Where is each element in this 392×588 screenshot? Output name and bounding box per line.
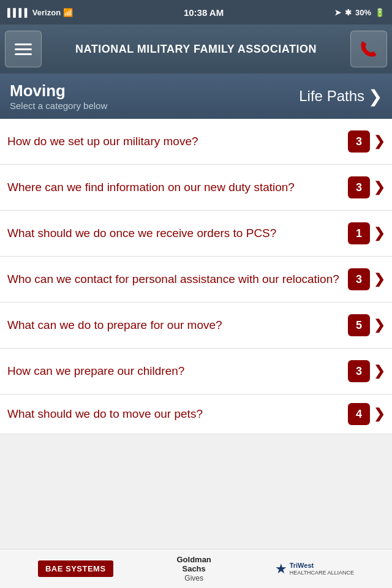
item-badge: 3 [348,268,370,290]
list-item[interactable]: What should we do once we receive orders… [0,211,392,257]
item-badge: 5 [348,314,370,336]
signal-icon: ▌▌▌▌ [7,8,30,17]
item-chevron-icon: ❯ [374,363,385,379]
list-item-right: 3❯ [348,268,385,290]
goldman-line2: Sachs [176,564,211,574]
item-chevron-icon: ❯ [374,134,385,149]
section-subtitle: Select a category below [10,100,107,111]
phone-icon [359,39,379,59]
list-item[interactable]: Where can we find information on our new… [0,165,392,211]
triwest-sponsor: ★ TriWest HEALTHCARE ALLIANCE [275,561,354,577]
section-header: Moving Select a category below Life Path… [0,74,392,119]
list-item-text: What should we do to move our pets? [7,406,348,422]
list-item-text: Where can we find information on our new… [7,179,348,195]
item-badge: 4 [348,403,370,425]
list-item-right: 3❯ [348,360,385,382]
triwest-label: TriWest [290,562,354,570]
list-item-right: 1❯ [348,222,385,244]
triwest-star-icon: ★ [275,561,287,577]
footer-sponsors: BAE SYSTEMS Goldman Sachs Gives ★ TriWes… [0,549,392,588]
goldman-line1: Goldman [176,555,211,565]
list-item-text: What can we do to prepare for our move? [7,317,348,333]
battery-icon: 🔋 [375,8,385,17]
list-item-text: How can we prepare our children? [7,363,348,379]
category-list: How do we set up our military move?3❯Whe… [0,119,392,434]
list-item-text: What should we do once we receive orders… [7,225,348,241]
list-item-text: How do we set up our military move? [7,134,348,149]
item-badge: 3 [348,360,370,382]
status-time: 10:38 AM [184,7,224,18]
hamburger-line-3 [15,53,32,55]
item-badge: 3 [348,176,370,198]
hamburger-line-1 [15,43,32,45]
bae-systems-sponsor: BAE SYSTEMS [38,560,113,577]
list-item-right: 3❯ [348,176,385,198]
life-paths-button[interactable]: Life Paths ❯ [299,86,382,107]
list-item-text: Who can we contact for personal assistan… [7,271,348,287]
goldman-sachs-sponsor: Goldman Sachs Gives [176,555,211,583]
phone-button[interactable] [350,31,387,67]
item-chevron-icon: ❯ [374,179,385,195]
item-chevron-icon: ❯ [374,317,385,333]
goldman-gives: Gives [176,574,211,582]
item-chevron-icon: ❯ [374,225,385,241]
list-item[interactable]: How can we prepare our children?3❯ [0,349,392,394]
list-item-right: 3❯ [348,130,385,153]
triwest-sub-label: HEALTHCARE ALLIANCE [290,570,354,576]
app-title-text: NATIONAL MILITARY FAMILY ASSOCIATION [42,42,350,56]
goldman-text: Goldman Sachs Gives [176,555,211,583]
battery-label: 30% [355,8,371,17]
section-title: Moving [10,81,107,100]
hamburger-line-2 [15,48,32,50]
list-item[interactable]: Who can we contact for personal assistan… [0,257,392,303]
wifi-icon: 📶 [63,8,73,17]
location-icon: ➤ [334,8,341,17]
section-title-group: Moving Select a category below [10,81,107,111]
carrier-wifi: ▌▌▌▌ Verizon 📶 [7,8,73,17]
app-header: NATIONAL MILITARY FAMILY ASSOCIATION [0,24,392,74]
life-paths-chevron-icon: ❯ [368,86,382,107]
status-bar: ▌▌▌▌ Verizon 📶 10:38 AM ➤ ✱ 30% 🔋 [0,0,392,24]
list-item[interactable]: What should we do to move our pets?4❯ [0,394,392,434]
menu-button[interactable] [5,31,42,67]
triwest-text-group: TriWest HEALTHCARE ALLIANCE [290,562,354,576]
item-chevron-icon: ❯ [374,271,385,287]
bluetooth-icon: ✱ [345,8,352,17]
carrier-label: Verizon [32,8,61,17]
life-paths-label: Life Paths [299,88,364,105]
list-item-right: 4❯ [348,403,385,425]
item-badge: 1 [348,222,370,244]
list-item-right: 5❯ [348,314,385,336]
list-item[interactable]: How do we set up our military move?3❯ [0,119,392,165]
bae-badge: BAE SYSTEMS [38,560,113,577]
item-badge: 3 [348,130,370,153]
list-item[interactable]: What can we do to prepare for our move?5… [0,303,392,349]
status-right: ➤ ✱ 30% 🔋 [334,8,385,17]
app-title: NATIONAL MILITARY FAMILY ASSOCIATION [42,42,350,56]
item-chevron-icon: ❯ [374,406,385,422]
